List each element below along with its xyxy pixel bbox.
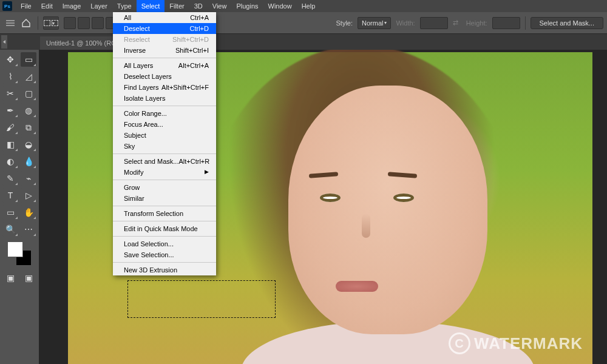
menu-item-label: Find Layers bbox=[124, 84, 158, 91]
menu-help[interactable]: Help bbox=[297, 0, 320, 12]
height-input[interactable] bbox=[492, 17, 520, 29]
menu-item-color-range[interactable]: Color Range... bbox=[113, 108, 216, 119]
pen-curv-tool[interactable]: ⌁ bbox=[21, 171, 36, 186]
portrait-mouth bbox=[336, 281, 378, 292]
menu-item-transform-selection[interactable]: Transform Selection bbox=[113, 208, 216, 219]
menu-edit[interactable]: Edit bbox=[36, 0, 58, 12]
width-input[interactable] bbox=[420, 17, 448, 29]
submenu-arrow-icon: ▶ bbox=[205, 169, 209, 176]
tool-flyout-icon bbox=[15, 64, 18, 66]
menu-item-deselect-layers[interactable]: Deselect Layers bbox=[113, 71, 216, 82]
drop-tool[interactable]: 💧 bbox=[21, 154, 36, 169]
frame-tool[interactable]: ▢ bbox=[21, 86, 36, 101]
menu-item-new-3d-extrusion[interactable]: New 3D Extrusion bbox=[113, 265, 216, 275]
menu-item-grow[interactable]: Grow bbox=[113, 182, 216, 193]
separator bbox=[525, 16, 526, 30]
swap-dims-icon[interactable]: ⇄ bbox=[453, 19, 461, 27]
tool-flyout-icon bbox=[33, 149, 36, 151]
menu-item-save-selection[interactable]: Save Selection... bbox=[113, 249, 216, 260]
menu-item-inverse[interactable]: InverseShift+Ctrl+I bbox=[113, 45, 216, 56]
blur-tool[interactable]: ◒ bbox=[21, 137, 36, 152]
menu-file[interactable]: File bbox=[16, 0, 36, 12]
menu-item-label: All bbox=[124, 14, 131, 21]
menu-layer[interactable]: Layer bbox=[86, 0, 112, 12]
menu-item-select-and-mask[interactable]: Select and Mask...Alt+Ctrl+R bbox=[113, 156, 216, 167]
menu-item-sky[interactable]: Sky bbox=[113, 141, 216, 152]
move-tool[interactable]: ✥ bbox=[2, 52, 18, 67]
menu-item-all[interactable]: AllCtrl+A bbox=[113, 12, 216, 23]
fg-color-swatch[interactable] bbox=[7, 241, 23, 257]
zoom-tool[interactable]: 🔍 bbox=[2, 222, 18, 237]
tool-flyout-icon bbox=[33, 217, 36, 219]
menu-item-edit-in-quick-mask-mode[interactable]: Edit in Quick Mask Mode bbox=[113, 223, 216, 234]
menu-item-label: Focus Area... bbox=[124, 121, 163, 128]
menu-3d[interactable]: 3D bbox=[189, 0, 208, 12]
menu-item-shortcut: Ctrl+A bbox=[190, 14, 209, 21]
color-swatches[interactable] bbox=[7, 241, 32, 266]
text-tool[interactable]: T bbox=[2, 188, 18, 203]
menu-filter[interactable]: Filter bbox=[164, 0, 189, 12]
menu-item-shortcut: Shift+Ctrl+D bbox=[172, 36, 209, 43]
menu-view[interactable]: View bbox=[208, 0, 232, 12]
tool-flyout-icon bbox=[33, 98, 36, 100]
pen-tool[interactable]: ✎ bbox=[2, 171, 18, 186]
rect-marquee-tool[interactable]: ▭ bbox=[21, 52, 36, 67]
menu-item-similar[interactable]: Similar bbox=[113, 193, 216, 204]
select-and-mask-button[interactable]: Select and Mask... bbox=[531, 17, 604, 29]
menu-item-label: Deselect Layers bbox=[124, 73, 172, 80]
menu-item-deselect[interactable]: DeselectCtrl+D bbox=[113, 23, 216, 34]
tool-flyout-icon bbox=[33, 234, 36, 236]
menu-image[interactable]: Image bbox=[58, 0, 86, 12]
menu-item-focus-area[interactable]: Focus Area... bbox=[113, 119, 216, 130]
quickmask-tool[interactable]: ▣ bbox=[2, 271, 18, 285]
menu-item-modify[interactable]: Modify▶ bbox=[113, 167, 216, 178]
menu-select[interactable]: Select bbox=[137, 0, 165, 12]
home-icon[interactable] bbox=[19, 16, 33, 30]
brush-tool[interactable]: 🖌 bbox=[2, 120, 18, 135]
mode-subtract-icon[interactable] bbox=[92, 17, 104, 29]
select-menu-dropdown: AllCtrl+ADeselectCtrl+DReselectShift+Ctr… bbox=[113, 12, 216, 275]
menu-window[interactable]: Window bbox=[263, 0, 297, 12]
menu-item-shortcut: Ctrl+D bbox=[190, 25, 209, 32]
mode-new-icon[interactable] bbox=[64, 17, 76, 29]
menu-item-find-layers[interactable]: Find LayersAlt+Shift+Ctrl+F bbox=[113, 82, 216, 93]
rect-tool[interactable]: ▭ bbox=[2, 205, 18, 220]
style-label: Style: bbox=[336, 19, 353, 27]
menu-plugins[interactable]: Plugins bbox=[231, 0, 263, 12]
menu-item-shortcut: Shift+Ctrl+I bbox=[175, 47, 209, 54]
tool-flyout-icon bbox=[15, 149, 18, 151]
menu-item-label: Sky bbox=[124, 143, 135, 150]
current-tool-icon[interactable]: ▾ bbox=[43, 16, 59, 30]
path-sel-tool[interactable]: ▷ bbox=[21, 188, 36, 203]
selection-marquee[interactable] bbox=[127, 280, 276, 318]
options-bar: ▾ Style: Normal▾ Width: ⇄ Height: Select… bbox=[0, 12, 607, 34]
style-select[interactable]: Normal▾ bbox=[358, 17, 391, 29]
menu-separator bbox=[113, 236, 216, 237]
panel-menu-icon[interactable] bbox=[6, 20, 15, 26]
lasso-tool[interactable]: ⌇ bbox=[2, 69, 18, 84]
mode-add-icon[interactable] bbox=[78, 17, 90, 29]
more-tool[interactable]: ⋯ bbox=[21, 222, 36, 237]
portrait-eye bbox=[320, 194, 341, 202]
stamp-tool[interactable]: ⧉ bbox=[21, 120, 36, 135]
eyedrop-tool[interactable]: ✒ bbox=[2, 103, 18, 118]
collapse-panel-icon[interactable] bbox=[0, 35, 7, 49]
hand-tool[interactable]: ✋ bbox=[21, 205, 36, 220]
crop-tool[interactable]: ✂ bbox=[2, 86, 18, 101]
width-label: Width: bbox=[396, 19, 415, 27]
poly-lasso-tool[interactable]: ◿ bbox=[21, 69, 36, 84]
menu-item-all-layers[interactable]: All LayersAlt+Ctrl+A bbox=[113, 60, 216, 71]
menu-item-label: Grow bbox=[124, 184, 140, 191]
patch-tool[interactable]: ◍ bbox=[21, 103, 36, 118]
screenmode-tool[interactable]: ▣ bbox=[21, 271, 36, 285]
watermark-text: WATERMARK bbox=[474, 334, 583, 353]
dodge-tool[interactable]: ◐ bbox=[2, 154, 18, 169]
menu-type[interactable]: Type bbox=[112, 0, 137, 12]
menu-separator bbox=[113, 180, 216, 180]
menu-item-label: Load Selection... bbox=[124, 240, 174, 248]
eraser-tool[interactable]: ◧ bbox=[2, 137, 18, 152]
tool-flyout-icon bbox=[15, 166, 18, 168]
menu-item-load-selection[interactable]: Load Selection... bbox=[113, 238, 216, 249]
menu-item-isolate-layers[interactable]: Isolate Layers bbox=[113, 93, 216, 104]
menu-item-subject[interactable]: Subject bbox=[113, 130, 216, 141]
